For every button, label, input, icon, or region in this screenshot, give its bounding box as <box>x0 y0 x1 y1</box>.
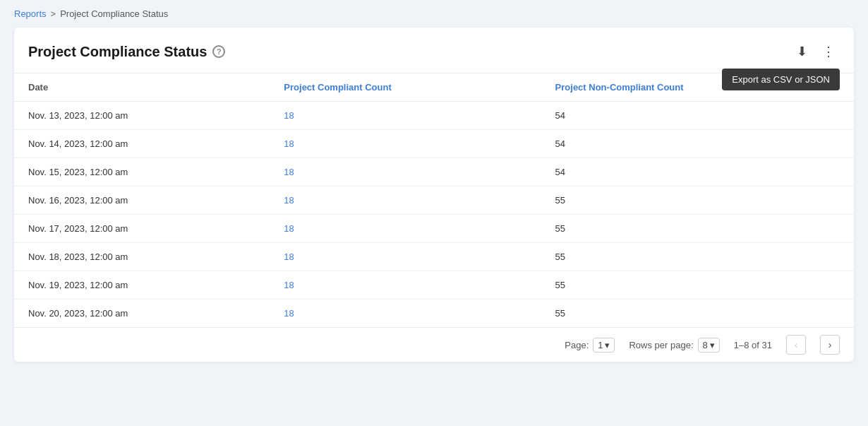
cell-date: Nov. 18, 2023, 12:00 am <box>14 243 270 271</box>
breadcrumb-current: Project Compliance Status <box>60 8 168 19</box>
cell-date: Nov. 14, 2023, 12:00 am <box>14 130 270 158</box>
chevron-right-icon: › <box>828 339 832 350</box>
table-row: Nov. 14, 2023, 12:00 am1854 <box>14 130 854 158</box>
table-header-row: Date Project Compliant Count Project Non… <box>14 73 854 102</box>
chevron-left-icon: ‹ <box>795 339 798 350</box>
card-header: Project Compliance Status ? ⬇ ⋮ Export a… <box>14 28 854 73</box>
table-row: Nov. 18, 2023, 12:00 am1855 <box>14 243 854 271</box>
download-button[interactable]: ⬇ <box>790 40 813 63</box>
pagination-range: 1–8 of 31 <box>734 340 772 350</box>
page-dropdown-icon: ▾ <box>605 340 610 350</box>
page-group: Page: 1 ▾ <box>565 338 615 353</box>
card-footer: Page: 1 ▾ Rows per page: 8 ▾ 1–8 of 31 ‹… <box>14 327 854 362</box>
breadcrumb-reports-link[interactable]: Reports <box>14 8 47 19</box>
rows-dropdown-icon: ▾ <box>710 340 715 350</box>
card-title-wrap: Project Compliance Status ? <box>28 44 225 60</box>
breadcrumb: Reports > Project Compliance Status <box>0 0 868 28</box>
cell-non-compliant: 55 <box>541 271 854 300</box>
cell-compliant: 18 <box>270 215 541 243</box>
table-row: Nov. 13, 2023, 12:00 am1854 <box>14 102 854 130</box>
cell-compliant: 18 <box>270 271 541 300</box>
cell-date: Nov. 16, 2023, 12:00 am <box>14 187 270 215</box>
cell-non-compliant: 55 <box>541 215 854 243</box>
prev-page-button[interactable]: ‹ <box>786 335 806 355</box>
more-icon: ⋮ <box>822 44 835 59</box>
table-row: Nov. 15, 2023, 12:00 am1854 <box>14 158 854 187</box>
rows-per-page-select[interactable]: 8 ▾ <box>698 338 720 353</box>
page-select[interactable]: 1 ▾ <box>593 338 615 353</box>
cell-non-compliant: 54 <box>541 102 854 130</box>
breadcrumb-separator: > <box>51 8 56 19</box>
cell-non-compliant: 55 <box>541 243 854 271</box>
table-row: Nov. 17, 2023, 12:00 am1855 <box>14 215 854 243</box>
cell-date: Nov. 19, 2023, 12:00 am <box>14 271 270 300</box>
table-header: Date Project Compliant Count Project Non… <box>14 73 854 102</box>
table-body: Nov. 13, 2023, 12:00 am1854Nov. 14, 2023… <box>14 102 854 328</box>
cell-date: Nov. 15, 2023, 12:00 am <box>14 158 270 187</box>
cell-non-compliant: 55 <box>541 187 854 215</box>
card-actions: ⬇ ⋮ Export as CSV or JSON <box>790 40 840 63</box>
next-page-button[interactable]: › <box>820 335 840 355</box>
cell-date: Nov. 17, 2023, 12:00 am <box>14 215 270 243</box>
table-row: Nov. 20, 2023, 12:00 am1855 <box>14 300 854 328</box>
table-row: Nov. 16, 2023, 12:00 am1855 <box>14 187 854 215</box>
cell-date: Nov. 20, 2023, 12:00 am <box>14 300 270 328</box>
compliance-table: Date Project Compliant Count Project Non… <box>14 73 854 327</box>
cell-non-compliant: 55 <box>541 300 854 328</box>
col-compliant-count: Project Compliant Count <box>270 73 541 102</box>
cell-compliant: 18 <box>270 130 541 158</box>
table-row: Nov. 19, 2023, 12:00 am1855 <box>14 271 854 300</box>
cell-non-compliant: 54 <box>541 158 854 187</box>
cell-non-compliant: 54 <box>541 130 854 158</box>
page-value: 1 <box>598 340 603 350</box>
download-icon: ⬇ <box>797 44 807 59</box>
cell-compliant: 18 <box>270 243 541 271</box>
cell-compliant: 18 <box>270 158 541 187</box>
cell-compliant: 18 <box>270 300 541 328</box>
col-non-compliant-count: Project Non-Compliant Count <box>541 73 854 102</box>
help-icon[interactable]: ? <box>212 45 225 58</box>
rows-value: 8 <box>703 340 708 350</box>
cell-compliant: 18 <box>270 102 541 130</box>
cell-compliant: 18 <box>270 187 541 215</box>
more-options-button[interactable]: ⋮ <box>817 40 840 63</box>
col-date: Date <box>14 73 270 102</box>
page-label: Page: <box>565 340 589 350</box>
card-title: Project Compliance Status <box>28 44 207 60</box>
cell-date: Nov. 13, 2023, 12:00 am <box>14 102 270 130</box>
rows-group: Rows per page: 8 ▾ <box>629 338 719 353</box>
report-card: Project Compliance Status ? ⬇ ⋮ Export a… <box>14 28 854 362</box>
rows-label: Rows per page: <box>629 340 693 350</box>
